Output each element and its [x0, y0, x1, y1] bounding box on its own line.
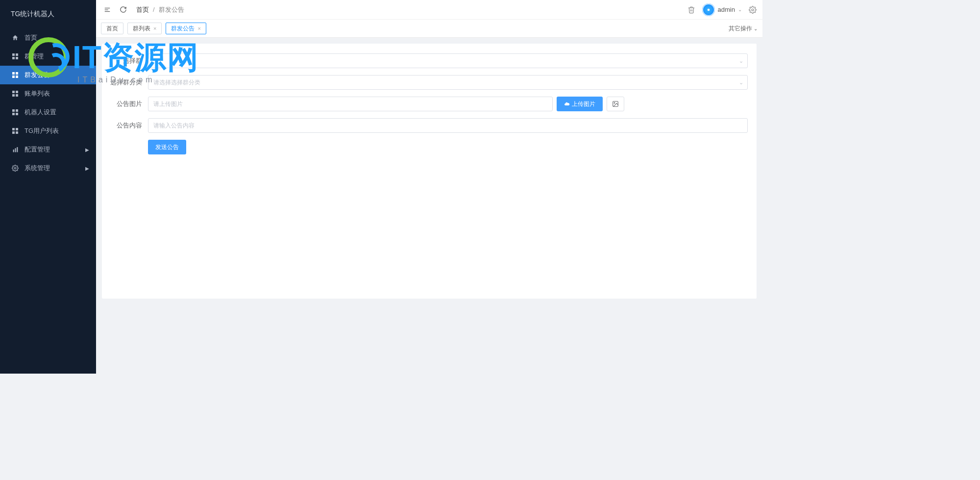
tab-label: 群列表 — [133, 25, 150, 33]
chevron-down-icon: ⌄ — [754, 26, 758, 31]
select-placeholder: 请选择选择群分类 — [153, 78, 200, 87]
submit-label: 发送公告 — [155, 143, 179, 152]
image-preview-button[interactable] — [607, 97, 624, 111]
form-submit-row: 发送公告 — [102, 140, 748, 154]
tab-broadcast[interactable]: 群发公告 × — [166, 23, 206, 34]
username-label: admin — [718, 6, 735, 13]
grid-icon — [11, 72, 20, 78]
tab-home[interactable]: 首页 — [101, 23, 123, 34]
sidebar-item-label: 群管理 — [24, 52, 44, 61]
upload-image-button[interactable]: 上传图片 — [557, 97, 603, 111]
select-group-category[interactable]: 请选择选择群分类 ⌄ — [148, 75, 748, 90]
grid-icon — [11, 91, 20, 97]
chevron-down-icon: ⌄ — [739, 58, 743, 64]
sidebar-item-label: 机器人设置 — [24, 108, 56, 117]
input-placeholder: 请输入公告内容 — [153, 122, 195, 130]
home-icon — [11, 34, 20, 41]
svg-rect-8 — [12, 91, 15, 93]
form-label: 公告内容 — [102, 121, 148, 130]
form-row-content: 公告内容 请输入公告内容 — [102, 118, 748, 133]
tabs-more-button[interactable]: 其它操作 ⌄ — [729, 25, 758, 33]
svg-rect-17 — [16, 128, 18, 130]
sidebar-item-label: 系统管理 — [24, 164, 50, 173]
sidebar-item-config[interactable]: 配置管理 ▶ — [0, 140, 96, 159]
svg-rect-11 — [16, 94, 18, 97]
form-row-select-category: 选择群分类 请选择选择群分类 ⌄ — [102, 75, 748, 90]
upload-button-label: 上传图片 — [572, 100, 595, 108]
svg-rect-1 — [16, 53, 18, 56]
svg-rect-5 — [16, 72, 18, 75]
bars-icon — [11, 147, 20, 153]
grid-icon — [11, 109, 20, 115]
grid-icon — [11, 53, 20, 59]
sidebar-item-label: TG用户列表 — [24, 126, 59, 135]
svg-rect-19 — [16, 131, 18, 134]
tab-group-list[interactable]: 群列表 × — [127, 23, 162, 34]
close-icon[interactable]: × — [153, 25, 156, 31]
svg-rect-18 — [12, 131, 15, 134]
settings-icon[interactable] — [749, 6, 757, 14]
svg-rect-0 — [12, 53, 15, 56]
trash-icon[interactable] — [687, 6, 695, 14]
form-label: 选择群分类 — [102, 78, 148, 87]
sidebar-item-label: 账单列表 — [24, 89, 50, 98]
sidebar-item-label: 群发公告 — [24, 71, 50, 79]
form-label: 选择群 — [102, 56, 148, 65]
sidebar: TG统计机器人 首页 群管理 群发公告 账单列表 机器人设置 TG用户 — [0, 0, 96, 374]
avatar — [702, 3, 715, 16]
sidebar-item-system[interactable]: 系统管理 ▶ — [0, 159, 96, 177]
sidebar-item-label: 首页 — [24, 33, 37, 42]
svg-rect-16 — [12, 128, 15, 130]
svg-rect-13 — [16, 109, 18, 112]
main-area: 首页 / 群发公告 admin ⌄ 首页 群列表 — [96, 0, 762, 374]
collapse-sidebar-button[interactable] — [102, 4, 113, 15]
form-label: 公告图片 — [102, 100, 148, 108]
svg-rect-10 — [12, 94, 15, 97]
close-icon[interactable]: × — [197, 25, 200, 31]
page-tabs: 首页 群列表 × 群发公告 × 其它操作 ⌄ — [96, 20, 762, 38]
breadcrumb-item[interactable]: 首页 — [136, 5, 149, 14]
svg-rect-14 — [12, 113, 15, 115]
svg-rect-9 — [16, 91, 18, 93]
svg-rect-6 — [12, 76, 15, 78]
topbar: 首页 / 群发公告 admin ⌄ — [96, 0, 762, 20]
image-path-input[interactable]: 请上传图片 — [148, 97, 553, 111]
refresh-button[interactable] — [118, 4, 128, 15]
input-placeholder: 请上传图片 — [153, 100, 183, 108]
breadcrumb: 首页 / 群发公告 — [136, 5, 184, 14]
content-panel: 选择群 ⌄ 选择群分类 请选择选择群分类 ⌄ 公告图片 请上传图片 — [102, 44, 757, 299]
breadcrumb-item: 群发公告 — [159, 5, 184, 14]
svg-rect-12 — [12, 109, 15, 112]
svg-rect-7 — [16, 76, 18, 78]
tabs-more-label: 其它操作 — [729, 25, 752, 33]
chevron-down-icon: ⌄ — [739, 79, 743, 86]
user-menu[interactable]: admin ⌄ — [702, 3, 742, 16]
chevron-down-icon: ⌄ — [738, 7, 742, 12]
sidebar-item-label: 配置管理 — [24, 145, 50, 154]
sidebar-item-billing[interactable]: 账单列表 — [0, 84, 96, 103]
svg-rect-20 — [13, 149, 14, 152]
sidebar-item-broadcast[interactable]: 群发公告 — [0, 66, 96, 84]
sidebar-item-tg-users[interactable]: TG用户列表 — [0, 122, 96, 140]
tab-label: 群发公告 — [171, 25, 195, 33]
breadcrumb-separator: / — [153, 6, 155, 13]
form-row-image: 公告图片 请上传图片 上传图片 — [102, 97, 748, 111]
svg-rect-4 — [12, 72, 15, 75]
sidebar-item-groups[interactable]: 群管理 — [0, 47, 96, 66]
sidebar-item-robot[interactable]: 机器人设置 — [0, 103, 96, 122]
chevron-right-icon: ▶ — [85, 166, 89, 171]
announcement-content-input[interactable]: 请输入公告内容 — [148, 118, 748, 133]
svg-rect-15 — [16, 113, 18, 115]
select-group[interactable]: ⌄ — [148, 53, 748, 68]
svg-rect-2 — [12, 57, 15, 59]
svg-point-28 — [752, 9, 754, 11]
svg-rect-21 — [15, 148, 16, 152]
form-row-select-group: 选择群 ⌄ — [102, 53, 748, 68]
brand-title: TG统计机器人 — [0, 0, 96, 28]
cloud-upload-icon — [564, 101, 570, 107]
svg-rect-22 — [17, 147, 18, 152]
send-announcement-button[interactable]: 发送公告 — [148, 140, 186, 154]
gear-icon — [11, 165, 20, 172]
svg-point-30 — [614, 102, 615, 103]
sidebar-item-home[interactable]: 首页 — [0, 28, 96, 47]
